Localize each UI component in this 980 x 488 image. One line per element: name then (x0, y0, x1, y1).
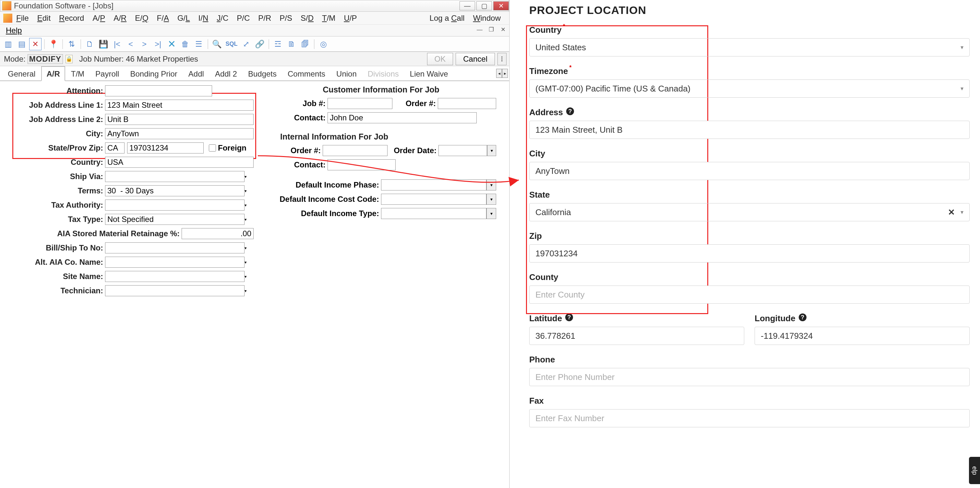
int-contact-input[interactable] (328, 159, 396, 171)
tab-payroll[interactable]: Payroll (90, 66, 124, 80)
tab-union[interactable]: Union (331, 66, 362, 80)
menu-window[interactable]: Window (473, 14, 501, 23)
orderdate-dropdown-icon[interactable]: ▾ (487, 145, 496, 156)
tab-tm[interactable]: T/M (66, 66, 89, 80)
tab-scroll-left-icon[interactable]: ◂ (496, 69, 502, 78)
attention-input[interactable] (105, 85, 212, 96)
child-close-icon[interactable]: ✕ (499, 26, 507, 33)
terms-input[interactable] (105, 185, 245, 196)
menu-edit[interactable]: Edit (37, 14, 51, 23)
maximize-button[interactable]: ▢ (476, 1, 492, 10)
tb-book-icon[interactable]: ▤ (16, 38, 28, 50)
county-input[interactable] (529, 285, 970, 304)
addr1-input[interactable] (105, 100, 254, 111)
menu-ap[interactable]: A/P (92, 14, 105, 23)
di-phase-input[interactable] (381, 179, 487, 190)
help-icon[interactable]: ? (565, 313, 573, 321)
tb-attach-icon[interactable]: 🔗 (254, 38, 266, 50)
di-type-dropdown-icon[interactable]: ▾ (487, 208, 496, 219)
lock-icon[interactable]: 🔒 (65, 55, 73, 63)
menu-ps[interactable]: P/S (280, 14, 292, 23)
contact-input[interactable] (328, 112, 477, 123)
zip-input[interactable] (529, 244, 970, 263)
menu-record[interactable]: Record (59, 14, 84, 23)
tb-book-open-icon[interactable]: ▥ (2, 38, 14, 50)
tb-doc2-icon[interactable]: 🗐 (299, 38, 311, 50)
menu-eq[interactable]: E/Q (135, 14, 148, 23)
ok-button[interactable]: OK (427, 53, 453, 65)
taxauth-input[interactable] (105, 199, 245, 211)
longitude-input[interactable] (755, 327, 970, 345)
di-cost-dropdown-icon[interactable]: ▾ (487, 194, 496, 205)
tab-general[interactable]: General (3, 66, 41, 80)
tb-delete-x-icon[interactable]: ✕ (165, 38, 178, 50)
tab-bonding[interactable]: Bonding Prior (125, 66, 182, 80)
di-type-input[interactable] (381, 208, 487, 219)
menu-file[interactable]: File (16, 14, 29, 23)
tab-budgets[interactable]: Budgets (243, 66, 282, 80)
billship-dropdown-icon[interactable]: ▾ (245, 246, 247, 250)
addr2-input[interactable] (105, 114, 254, 125)
foreign-checkbox[interactable] (209, 144, 216, 152)
state-select[interactable]: California✕ (529, 203, 970, 221)
di-cost-input[interactable] (381, 194, 487, 205)
help-side-tab[interactable]: elp (969, 457, 980, 484)
city-input[interactable] (529, 162, 970, 180)
menu-fa[interactable]: F/A (157, 14, 169, 23)
tab-addl[interactable]: Addl (183, 66, 209, 80)
menu-pr[interactable]: P/R (258, 14, 271, 23)
tb-first-icon[interactable]: |< (111, 38, 123, 50)
sitename-dropdown-icon[interactable]: ▾ (245, 274, 247, 279)
taxtype-input[interactable] (105, 214, 245, 225)
technician-input[interactable] (105, 285, 245, 296)
billship-input[interactable] (105, 242, 245, 254)
tb-new-icon[interactable]: 🗋 (84, 38, 96, 50)
country-select[interactable]: United States (529, 38, 970, 56)
tb-list-icon[interactable]: ☰ (192, 38, 205, 50)
int-ordernum-input[interactable] (323, 145, 388, 156)
close-button[interactable]: ✕ (493, 1, 509, 10)
technician-dropdown-icon[interactable]: ▾ (245, 289, 247, 293)
tb-listview-icon[interactable]: ☲ (272, 38, 284, 50)
tb-prev-icon[interactable]: < (124, 38, 137, 50)
more-button[interactable]: ⁝ (498, 53, 506, 65)
tb-search-icon[interactable]: 🔍 (211, 38, 223, 50)
tb-next-icon[interactable]: > (138, 38, 151, 50)
tb-pin-icon[interactable]: 📍 (47, 38, 60, 50)
help-icon[interactable]: ? (566, 107, 574, 115)
jobnum-input[interactable] (328, 98, 392, 109)
fax-input[interactable] (529, 409, 970, 427)
menu-log-a-call[interactable]: Log a Call (430, 14, 465, 23)
tb-trash-icon[interactable]: 🗑 (179, 38, 191, 50)
menu-pc[interactable]: P/C (237, 14, 250, 23)
clear-icon[interactable]: ✕ (948, 207, 955, 217)
minimize-button[interactable]: — (460, 1, 475, 10)
menu-tm[interactable]: T/M (322, 14, 335, 23)
country-input[interactable] (105, 157, 254, 168)
timezone-select[interactable]: (GMT-07:00) Pacific Time (US & Canada) (529, 80, 970, 98)
shipvia-dropdown-icon[interactable]: ▾ (245, 174, 247, 179)
altaia-input[interactable] (105, 257, 245, 268)
tb-sql-button[interactable]: SQL (224, 38, 239, 50)
ordernum-input[interactable] (438, 98, 496, 109)
menu-in[interactable]: I/N (199, 14, 208, 23)
tb-close-icon[interactable]: ✕ (29, 38, 41, 50)
child-restore-icon[interactable]: ❐ (487, 26, 495, 33)
address-input[interactable] (529, 121, 970, 139)
tab-addl2[interactable]: Addl 2 (210, 66, 242, 80)
tb-last-icon[interactable]: >| (152, 38, 164, 50)
cancel-button[interactable]: Cancel (456, 53, 495, 65)
taxauth-dropdown-icon[interactable]: ▾ (245, 203, 247, 208)
zip-input[interactable] (127, 142, 204, 153)
tab-scroll-right-icon[interactable]: ▸ (502, 69, 508, 78)
shipvia-input[interactable] (105, 171, 245, 182)
latitude-input[interactable] (529, 327, 744, 345)
tab-lien[interactable]: Lien Waive (405, 66, 453, 80)
taxtype-dropdown-icon[interactable]: ▾ (245, 217, 247, 222)
tb-shrink-icon[interactable]: ⤢ (240, 38, 252, 50)
menu-help[interactable]: Help (6, 26, 22, 35)
orderdate-input[interactable] (438, 145, 487, 156)
child-minimize-icon[interactable]: — (476, 26, 484, 33)
terms-dropdown-icon[interactable]: ▾ (245, 188, 247, 193)
di-phase-dropdown-icon[interactable]: ▾ (487, 179, 496, 190)
